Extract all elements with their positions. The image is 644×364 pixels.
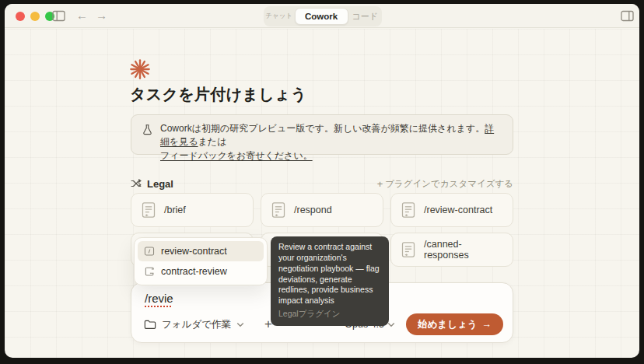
panel-toggle-icon[interactable] [621,10,634,22]
work-in-folder-button[interactable]: フォルダで作業 [144,318,244,331]
close-window-button[interactable] [16,12,25,21]
command-card-canned-responses[interactable]: /canned-responses [390,233,513,267]
mode-switcher: チャット Cowork コード [264,6,382,26]
task-input[interactable]: /revie [145,292,173,305]
tooltip-description: Review a contract against your organizat… [278,242,381,306]
autocomplete-item-contract-review[interactable]: contract-review [138,261,264,282]
customize-plugins-link[interactable]: + プラグインでカスタマイズする [377,178,513,190]
tooltip-plugin-source: Legalプラグイン [278,309,381,320]
forward-button[interactable]: → [96,9,107,23]
tab-code[interactable]: コード [350,11,380,23]
page-title: タスクを片付けましょう [130,84,307,105]
start-button[interactable]: 始めましょう → [406,313,503,335]
document-icon [401,241,416,258]
document-icon [271,201,286,219]
feedback-link[interactable]: フィードバックをお寄せください。 [160,150,313,161]
command-autocomplete-menu: review-contract contract-review [134,237,268,285]
app-window: ← → チャット Cowork コード タスクを片付けましょう [5,4,639,358]
traffic-lights [16,12,54,21]
sidebar-toggle-icon[interactable] [52,10,65,22]
minimize-window-button[interactable] [30,12,40,21]
chevron-down-icon [387,322,395,327]
banner-text: Coworkは初期の研究プレビュー版です。新しい改善が頻繁に提供されます。詳細を… [160,122,502,147]
folder-icon [144,319,156,330]
chevron-down-icon [236,322,244,327]
shuffle-icon [131,178,142,189]
plus-icon: + [377,178,383,190]
tab-cowork[interactable]: Cowork [295,8,348,25]
claude-starburst-icon [129,58,151,80]
arrow-right-icon: → [482,319,492,330]
command-card-brief[interactable]: /brief [131,193,254,227]
command-card-review-contract[interactable]: /review-contract [390,193,513,227]
command-tooltip: Review a contract against your organizat… [271,236,389,326]
titlebar: ← → チャット Cowork コード [5,4,639,28]
scroll-icon [144,266,155,277]
tab-chat[interactable]: チャット [265,12,293,20]
command-card-respond[interactable]: /respond [261,193,383,227]
slash-command-icon [144,246,155,257]
plugin-section-header: Legal + プラグインでカスタマイズする [131,177,513,191]
back-button[interactable]: ← [76,9,88,23]
research-preview-banner: Coworkは初期の研究プレビュー版です。新しい改善が頻繁に提供されます。詳細を… [131,114,513,155]
autocomplete-item-review-contract[interactable]: review-contract [138,241,264,261]
plugin-section-title: Legal [147,178,173,190]
main-content: タスクを片付けましょう Coworkは初期の研究プレビュー版です。新しい改善が頻… [5,29,639,358]
flask-icon [142,124,153,147]
document-icon [401,201,416,219]
document-icon [141,201,156,219]
